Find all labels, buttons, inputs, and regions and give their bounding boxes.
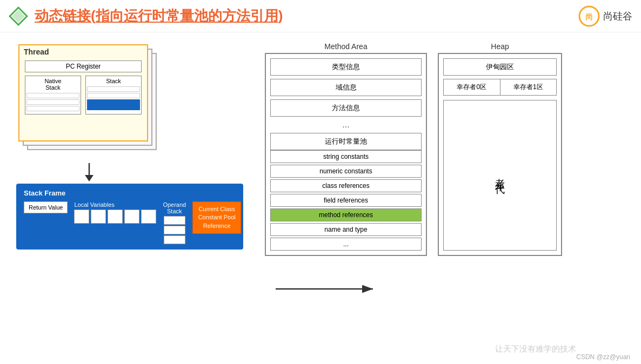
s-row1 <box>87 86 140 92</box>
thread-stack-illustration: Thread PC Register NativeStack Stack <box>16 42 162 161</box>
lv-cell-2 <box>91 210 106 224</box>
logo-text: 尚硅谷 <box>603 10 632 23</box>
stack-box: Stack <box>85 76 142 114</box>
ma-row-domain-info: 域信息 <box>270 79 422 96</box>
operand-stack-label: OperandStack <box>163 201 186 214</box>
method-area-box: 类型信息 域信息 方法信息 ... 运行时常量池 string constant… <box>265 53 427 256</box>
header: 动态链接(指向运行时常量池的方法引用) 尚 尚硅谷 <box>0 0 641 32</box>
header-left: 动态链接(指向运行时常量池的方法引用) <box>9 6 283 26</box>
heap-box: 伊甸园区 幸存者0区 幸存者1区 老年代 <box>438 53 562 256</box>
title-part1: 动态链接( <box>35 8 96 24</box>
old-generation: 老年代 <box>443 100 557 251</box>
survivor-0: 幸存者0区 <box>444 79 500 95</box>
operand-stack-section: OperandStack <box>163 201 186 244</box>
title-highlighted: 指向运行时常量池的方法引用 <box>96 8 278 24</box>
page-title: 动态链接(指向运行时常量池的方法引用) <box>35 6 283 25</box>
local-variables-label: Local Variables <box>74 201 156 208</box>
survivor-zones: 幸存者0区 幸存者1区 <box>443 79 557 96</box>
lv-cell-1 <box>74 210 89 224</box>
right-boxes: 类型信息 域信息 方法信息 ... 运行时常量池 string constant… <box>265 53 625 256</box>
method-area-label: Method Area <box>265 42 427 51</box>
ma-dots-1: ... <box>270 120 422 130</box>
native-stack-label: NativeStack <box>26 78 79 91</box>
constant-pool-rows: string constants numeric constants class… <box>270 150 422 251</box>
stack-frame-box: Stack Frame Return Value Local Variables <box>16 184 243 250</box>
ma-row-type-info: 类型信息 <box>270 58 422 76</box>
stack-rows <box>87 86 140 110</box>
svg-text:尚: 尚 <box>585 12 593 21</box>
s-row-blue <box>87 99 140 110</box>
string-constants-row: string constants <box>270 150 422 163</box>
old-generation-label: 老年代 <box>487 164 513 187</box>
main-content: Thread PC Register NativeStack Stack <box>0 32 641 364</box>
survivor-1: 幸存者1区 <box>500 79 557 95</box>
runtime-constant-pool-label: 运行时常量池 <box>270 133 422 150</box>
stack-frame-label: Stack Frame <box>24 189 236 197</box>
down-arrow-icon <box>81 163 97 183</box>
logo: 尚 尚硅谷 <box>578 5 632 27</box>
operand-cells <box>164 216 185 244</box>
ns-row2 <box>26 99 79 105</box>
right-side: Method Area Heap 类型信息 域信息 方法信息 ... 运行时常量… <box>265 42 625 359</box>
op-cell-1 <box>164 216 185 225</box>
constant-pool-dots: ... <box>270 238 422 251</box>
field-references-row: field references <box>270 194 422 207</box>
diamond-icon <box>9 6 28 26</box>
native-stack-box: NativeStack <box>25 76 81 114</box>
pc-register-box: PC Register <box>25 60 142 72</box>
csdn-label: CSDN @zz@yuan <box>576 353 630 361</box>
s-row2 <box>87 93 140 98</box>
numeric-constants-row: numeric constants <box>270 165 422 178</box>
lv-cell-5 <box>141 210 156 224</box>
op-cell-2 <box>164 226 185 234</box>
arrow-down <box>16 163 162 183</box>
ccpr-box: Current ClassConstant PoolReference <box>192 201 241 234</box>
thread-bottom: NativeStack Stack <box>25 76 142 114</box>
class-references-row: class references <box>270 179 422 192</box>
stack-label: Stack <box>87 78 140 84</box>
thread-label: Thread <box>19 45 147 58</box>
svg-marker-5 <box>85 175 94 181</box>
watermark: 让天下没有难学的技术 <box>495 344 576 354</box>
heap-label: Heap <box>438 42 562 51</box>
ma-row-method-info: 方法信息 <box>270 99 422 117</box>
name-and-type-row: name and type <box>270 223 422 236</box>
ns-row3 <box>26 106 79 111</box>
ns-row1 <box>26 93 79 98</box>
local-variables-section: Local Variables <box>74 201 156 224</box>
title-part3: ) <box>278 8 283 24</box>
ccpr-label: Current ClassConstant PoolReference <box>198 206 236 229</box>
eden-zone: 伊甸园区 <box>443 58 557 76</box>
lv-cell-4 <box>124 210 139 224</box>
thread-box: Thread PC Register NativeStack Stack <box>18 44 148 141</box>
stack-frame-content: Return Value Local Variables OperandStac… <box>24 201 236 244</box>
return-value-box: Return Value <box>24 201 68 213</box>
method-references-row: method references <box>270 208 422 221</box>
lv-cell-3 <box>108 210 123 224</box>
runtime-constant-pool-section: 运行时常量池 string constants numeric constant… <box>270 133 422 251</box>
left-side: Thread PC Register NativeStack Stack <box>16 42 243 359</box>
ccpr-wrapper: Current ClassConstant PoolReference <box>192 201 241 234</box>
area-labels: Method Area Heap <box>265 42 625 51</box>
native-stack-rows <box>26 93 79 111</box>
op-cell-3 <box>164 235 185 244</box>
local-vars-cells <box>74 210 156 224</box>
logo-icon: 尚 <box>578 5 600 27</box>
